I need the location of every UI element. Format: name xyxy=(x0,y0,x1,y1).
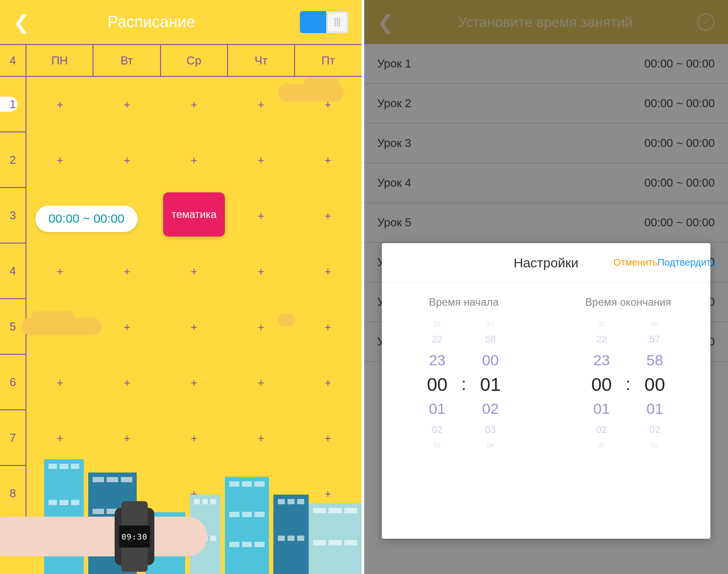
row-number: 1 xyxy=(0,77,26,132)
time-pickers: Время начала 21 22 23 00 01 02 03 : 57 5 xyxy=(382,283,711,530)
cloud-decoration xyxy=(278,313,295,326)
hour-wheel[interactable]: 21 22 23 00 01 02 03 xyxy=(582,317,621,452)
time-colon: : xyxy=(626,375,631,394)
grid-cell[interactable]: + xyxy=(26,376,93,390)
grid-row: 2 + + + + + xyxy=(0,132,362,188)
cloud-decoration xyxy=(278,84,344,101)
grid-cell[interactable]: + xyxy=(26,431,93,445)
grid-cell[interactable]: + xyxy=(295,431,362,445)
grid-row: 7 + + + + + xyxy=(0,410,362,466)
time-settings-panel: ❮ Установите время занятий ✓ Урок 100:00… xyxy=(364,0,728,574)
grid-row: 6 + + + + + xyxy=(0,355,362,410)
grid-row: 3 + + + тематика 00:00 ~ 00:00 xyxy=(0,188,362,244)
grid-cell[interactable]: + xyxy=(93,154,161,167)
grid-cell[interactable]: + xyxy=(26,98,93,112)
grid-cell[interactable]: + xyxy=(161,487,228,501)
row-number: 8 xyxy=(0,466,26,521)
grid-cell[interactable]: + xyxy=(228,265,295,278)
cloud-decoration xyxy=(22,318,101,335)
time-colon: : xyxy=(462,375,467,394)
grid-cell[interactable]: + xyxy=(93,98,161,112)
page-title: Расписание xyxy=(3,13,300,31)
grid-cell[interactable]: + xyxy=(228,376,295,390)
grid-cell[interactable]: + xyxy=(93,320,161,334)
grid-cell[interactable]: + xyxy=(228,154,295,167)
grid-cell[interactable]: + xyxy=(26,487,93,501)
time-picker-modal: Настройки Отменить Подтвердить Время нач… xyxy=(382,243,711,539)
end-time-picker: Время окончания 21 22 23 00 01 02 03 : 5… xyxy=(546,296,710,530)
smartwatch-icon: 09:30 xyxy=(115,508,154,565)
schedule-panel: ❮ Расписание 4 ПН Вт Ср Чт Пт 1 + + + + … xyxy=(0,0,364,574)
start-time-picker: Время начала 21 22 23 00 01 02 03 : 57 5 xyxy=(382,296,546,530)
grid-cell[interactable]: + xyxy=(295,154,362,167)
grid-cell[interactable]: + xyxy=(161,431,228,445)
grid-cell[interactable]: + xyxy=(228,487,295,501)
hour-wheel[interactable]: 21 22 23 00 01 02 03 xyxy=(418,317,457,452)
row-number: 6 xyxy=(0,355,26,410)
confirm-button[interactable]: Подтвердить xyxy=(657,257,702,268)
grid-cell[interactable]: + xyxy=(161,376,228,390)
grid-cell[interactable]: + xyxy=(295,265,362,278)
grid-header: 4 ПН Вт Ср Чт Пт xyxy=(0,44,362,77)
grid-cell[interactable]: + xyxy=(93,265,161,278)
day-header[interactable]: Чт xyxy=(228,45,295,76)
grid-cell[interactable]: + xyxy=(228,431,295,445)
grid-cell[interactable]: + xyxy=(295,376,362,390)
grid-cell[interactable]: + xyxy=(161,265,228,278)
grid-cell[interactable]: + xyxy=(295,209,362,223)
grid-cell[interactable]: + xyxy=(26,154,93,167)
picker-label: Время окончания xyxy=(585,296,671,308)
day-header[interactable]: ПН xyxy=(26,45,93,76)
grid-cell[interactable]: + xyxy=(161,154,228,167)
day-header[interactable]: Пт xyxy=(295,45,361,76)
arm-illustration: 09:30 xyxy=(0,517,207,556)
row-number: 7 xyxy=(0,410,26,466)
row-number: 4 xyxy=(0,244,26,299)
grid-cell[interactable]: + xyxy=(93,487,161,501)
row-number: 3 xyxy=(0,188,26,244)
header-corner: 4 xyxy=(0,45,26,76)
cancel-button[interactable]: Отменить xyxy=(613,257,657,268)
grid-cell[interactable]: + xyxy=(93,376,161,390)
grid-cell[interactable]: + xyxy=(295,320,362,334)
grid-cell[interactable]: + xyxy=(161,98,228,112)
time-tooltip: 00:00 ~ 00:00 xyxy=(35,206,138,232)
row-number: 2 xyxy=(0,132,26,188)
day-header[interactable]: Ср xyxy=(161,45,228,76)
header-left: ❮ Расписание xyxy=(0,0,362,44)
grid-cell[interactable]: + xyxy=(161,320,228,334)
grid-cell[interactable]: + xyxy=(26,265,93,278)
modal-title: Настройки xyxy=(391,255,614,270)
watch-time: 09:30 xyxy=(119,525,150,548)
grid-row: 8 + + + + + xyxy=(0,466,362,521)
subject-card[interactable]: тематика xyxy=(163,192,225,236)
modal-header: Настройки Отменить Подтвердить xyxy=(382,243,711,283)
toggle-switch[interactable] xyxy=(300,11,348,33)
grid-cell[interactable]: + xyxy=(295,487,362,501)
picker-label: Время начала xyxy=(429,296,499,308)
grid-row: 4 + + + + + xyxy=(0,244,362,299)
timetable-grid: 4 ПН Вт Ср Чт Пт 1 + + + + + 2 + + + + + xyxy=(0,44,362,521)
grid-cell[interactable]: + xyxy=(93,431,161,445)
minute-wheel[interactable]: 57 58 00 01 02 03 04 xyxy=(470,317,510,452)
grid-cell[interactable]: + xyxy=(228,209,295,223)
minute-wheel[interactable]: 56 57 58 00 01 02 03 xyxy=(635,317,675,452)
day-header[interactable]: Вт xyxy=(93,45,161,76)
